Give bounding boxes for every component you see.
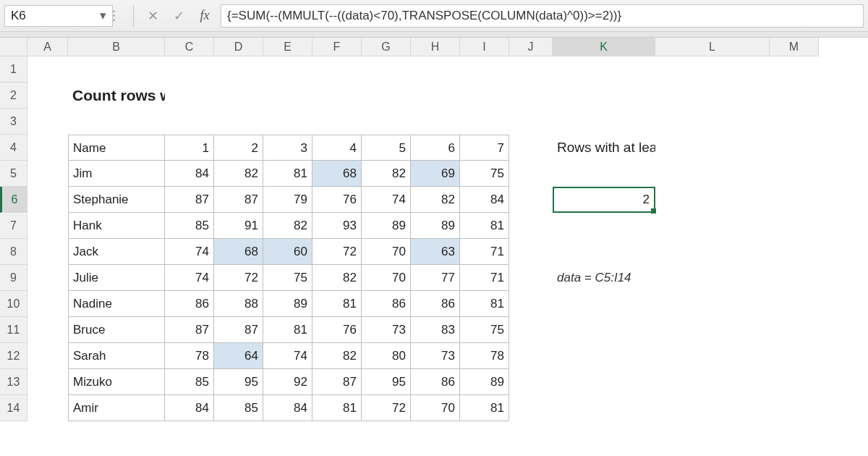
column-header[interactable]: G [362, 38, 411, 56]
cell[interactable] [27, 239, 68, 265]
table-cell[interactable]: 73 [362, 317, 411, 343]
column-header[interactable]: F [312, 38, 362, 56]
resize-handle-icon[interactable] [113, 5, 117, 27]
cell[interactable] [27, 291, 68, 317]
table-cell[interactable]: 81 [312, 395, 362, 421]
cell[interactable] [553, 369, 655, 395]
table-cell[interactable]: 81 [312, 291, 362, 317]
table-cell[interactable]: 75 [263, 265, 312, 291]
table-cell[interactable]: 75 [460, 317, 509, 343]
table-cell[interactable]: 88 [214, 291, 263, 317]
cell[interactable] [27, 395, 68, 421]
cell[interactable] [655, 109, 770, 135]
table-row-name[interactable]: Bruce [68, 317, 165, 343]
cell[interactable] [509, 395, 553, 421]
cell[interactable] [509, 369, 553, 395]
name-box-dropdown-icon[interactable]: ▾ [96, 9, 109, 23]
cell[interactable] [362, 56, 411, 83]
cell[interactable] [165, 56, 214, 83]
row-header[interactable]: 5 [0, 161, 27, 187]
column-header[interactable]: M [770, 38, 819, 56]
table-cell[interactable]: 73 [411, 343, 460, 369]
table-cell[interactable]: 81 [460, 291, 509, 317]
table-cell[interactable]: 81 [263, 161, 312, 187]
cell[interactable] [655, 187, 770, 213]
cell[interactable] [770, 239, 819, 265]
cell[interactable] [770, 161, 819, 187]
row-header[interactable]: 2 [0, 83, 27, 109]
table-header-num[interactable]: 7 [460, 135, 509, 161]
table-row-name[interactable]: Stephanie [68, 187, 165, 213]
table-cell[interactable]: 81 [263, 317, 312, 343]
cell[interactable] [655, 239, 770, 265]
table-cell[interactable]: 93 [312, 213, 362, 239]
table-cell[interactable]: 70 [362, 265, 411, 291]
cell[interactable] [655, 56, 770, 83]
table-cell[interactable]: 77 [411, 265, 460, 291]
cell[interactable] [553, 239, 655, 265]
table-row-name[interactable]: Mizuko [68, 369, 165, 395]
cell[interactable] [553, 291, 655, 317]
table-cell[interactable]: 86 [362, 291, 411, 317]
cell[interactable] [770, 109, 819, 135]
table-row-name[interactable]: Amir [68, 395, 165, 421]
table-cell[interactable]: 86 [165, 291, 214, 317]
cell[interactable] [509, 56, 553, 83]
table-cell[interactable]: 68 [312, 161, 362, 187]
table-cell[interactable]: 86 [411, 291, 460, 317]
table-cell[interactable]: 60 [263, 239, 312, 265]
table-cell[interactable]: 72 [312, 239, 362, 265]
table-cell[interactable]: 64 [214, 343, 263, 369]
cell[interactable] [770, 83, 819, 109]
cell[interactable] [312, 56, 362, 83]
table-cell[interactable]: 91 [214, 213, 263, 239]
cell[interactable] [770, 317, 819, 343]
cell[interactable] [553, 109, 655, 135]
table-cell[interactable]: 78 [460, 343, 509, 369]
cell[interactable] [553, 343, 655, 369]
cell[interactable] [509, 135, 553, 161]
cell[interactable] [655, 317, 770, 343]
table-row-name[interactable]: Hank [68, 213, 165, 239]
table-cell[interactable]: 63 [411, 239, 460, 265]
cell[interactable] [655, 343, 770, 369]
cell[interactable] [655, 83, 770, 109]
column-header[interactable]: H [411, 38, 460, 56]
cell[interactable] [509, 109, 553, 135]
cell[interactable] [312, 109, 362, 135]
cell[interactable] [27, 109, 68, 135]
table-cell[interactable]: 69 [411, 161, 460, 187]
row-header[interactable]: 13 [0, 369, 27, 395]
table-header-num[interactable]: 2 [214, 135, 263, 161]
table-cell[interactable]: 74 [165, 239, 214, 265]
table-cell[interactable]: 95 [214, 369, 263, 395]
cell[interactable] [165, 109, 214, 135]
cell[interactable] [770, 343, 819, 369]
table-row-name[interactable]: Jim [68, 161, 165, 187]
table-header-num[interactable]: 1 [165, 135, 214, 161]
table-cell[interactable]: 72 [362, 395, 411, 421]
table-cell[interactable]: 84 [165, 395, 214, 421]
cell[interactable] [214, 83, 263, 109]
table-cell[interactable]: 84 [263, 395, 312, 421]
table-cell[interactable]: 78 [165, 343, 214, 369]
table-cell[interactable]: 95 [362, 369, 411, 395]
spreadsheet-grid[interactable]: ABCDEFGHIJKLM12Count rows with at least … [0, 38, 868, 421]
cell[interactable] [509, 291, 553, 317]
formula-input[interactable]: {=SUM(--(MMULT(--((data)<70),TRANSPOSE(C… [221, 4, 864, 28]
insert-function-button[interactable]: fx [192, 8, 218, 23]
table-cell[interactable]: 70 [362, 239, 411, 265]
row-header[interactable]: 7 [0, 213, 27, 239]
table-cell[interactable]: 80 [362, 343, 411, 369]
cell[interactable] [27, 83, 68, 109]
column-header[interactable]: E [263, 38, 312, 56]
cell[interactable] [509, 161, 553, 187]
cell[interactable] [362, 109, 411, 135]
cell[interactable] [655, 265, 770, 291]
column-header[interactable]: K [553, 38, 655, 56]
row-header[interactable]: 4 [0, 135, 27, 161]
table-cell[interactable]: 82 [362, 161, 411, 187]
row-header[interactable]: 11 [0, 317, 27, 343]
cell[interactable] [655, 395, 770, 421]
table-cell[interactable]: 71 [460, 239, 509, 265]
